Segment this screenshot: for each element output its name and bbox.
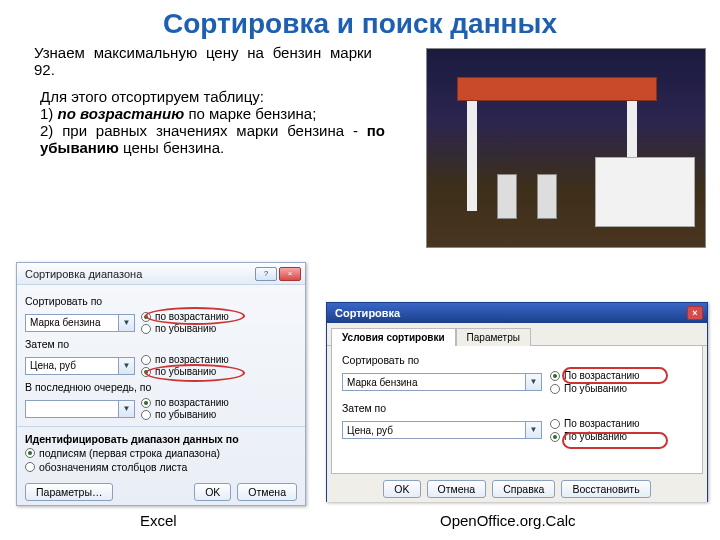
body-item-2: 2) при равных значениях марки бензина - … [40, 122, 385, 156]
oo-asc2-label: По возрастанию [564, 418, 640, 429]
body-item-1: 1) по возрастанию по марке бензина; [40, 105, 385, 122]
gas-station-photo [426, 48, 706, 248]
excel-id2-radio[interactable] [25, 462, 35, 472]
p1em: по возрастанию [58, 105, 185, 122]
body-text: Для этого отсортируем таблицу: 1) по воз… [0, 84, 405, 156]
excel-params-button[interactable]: Параметры… [25, 483, 113, 501]
excel-asc1-label: по возрастанию [155, 311, 229, 322]
excel-cancel-button[interactable]: Отмена [237, 483, 297, 501]
excel-lastby-label: В последнюю очередь, по [25, 381, 297, 393]
oo-ok-button[interactable]: OK [383, 480, 420, 498]
help-icon[interactable]: ? [255, 267, 277, 281]
excel-desc1-radio[interactable] [141, 324, 151, 334]
excel-field3-combo[interactable]: ▼ [25, 400, 135, 418]
oo-field1-value: Марка бензина [347, 377, 417, 388]
caption-excel: Excel [140, 512, 177, 529]
oo-reset-button[interactable]: Восстановить [561, 480, 650, 498]
excel-field2-value: Цена, руб [30, 360, 76, 371]
oo-thenby-label: Затем по [342, 402, 692, 414]
oo-field2-combo[interactable]: Цена, руб▼ [342, 421, 542, 439]
excel-asc1-radio[interactable] [141, 312, 151, 322]
oo-sortby-label: Сортировать по [342, 354, 692, 366]
chevron-down-icon: ▼ [118, 315, 134, 331]
excel-titlebar: Сортировка диапазона ? × [17, 263, 305, 285]
oo-desc2-label: По убыванию [564, 431, 627, 442]
excel-field2-combo[interactable]: Цена, руб▼ [25, 357, 135, 375]
excel-field1-value: Марка бензина [30, 317, 100, 328]
chevron-down-icon: ▼ [525, 374, 541, 390]
oo-sort-dialog: Сортировка × Условия сортировки Параметр… [326, 302, 708, 502]
oo-cancel-button[interactable]: Отмена [427, 480, 487, 498]
oo-field1-combo[interactable]: Марка бензина▼ [342, 373, 542, 391]
oo-tab-params[interactable]: Параметры [456, 328, 531, 346]
excel-ok-button[interactable]: OK [194, 483, 231, 501]
excel-asc2-label: по возрастанию [155, 354, 229, 365]
excel-thenby-label: Затем по [25, 338, 297, 350]
chevron-down-icon: ▼ [118, 401, 134, 417]
excel-id1-label: подписям (первая строка диапазона) [39, 447, 220, 459]
intro-text: Узнаем максимальную цену на бензин марки… [0, 44, 400, 84]
excel-field1-combo[interactable]: Марка бензина▼ [25, 314, 135, 332]
oo-desc1-radio[interactable] [550, 384, 560, 394]
p1b: по марке бензина; [184, 105, 316, 122]
chevron-down-icon: ▼ [525, 422, 541, 438]
p2b: цены бензина. [119, 139, 224, 156]
page-title: Сортировка и поиск данных [0, 0, 720, 44]
excel-id2-label: обозначениям столбцов листа [39, 461, 187, 473]
oo-asc1-label: По возрастанию [564, 370, 640, 381]
chevron-down-icon: ▼ [118, 358, 134, 374]
p1a: 1) [40, 105, 58, 122]
close-icon[interactable]: × [687, 306, 703, 320]
excel-id1-radio[interactable] [25, 448, 35, 458]
oo-help-button[interactable]: Справка [492, 480, 555, 498]
oo-tab-conditions[interactable]: Условия сортировки [331, 328, 456, 346]
caption-oo: OpenOffice.org.Calc [440, 512, 576, 529]
close-icon[interactable]: × [279, 267, 301, 281]
excel-asc3-radio[interactable] [141, 398, 151, 408]
excel-identify-label: Идентифицировать диапазон данных по [25, 433, 297, 445]
body-lead: Для этого отсортируем таблицу: [40, 88, 385, 105]
excel-asc3-label: по возрастанию [155, 397, 229, 408]
excel-sortby-label: Сортировать по [25, 295, 297, 307]
oo-desc2-radio[interactable] [550, 432, 560, 442]
oo-dialog-title: Сортировка [335, 307, 400, 319]
excel-dialog-title: Сортировка диапазона [25, 268, 142, 280]
oo-desc1-label: По убыванию [564, 383, 627, 394]
excel-desc3-radio[interactable] [141, 410, 151, 420]
excel-desc2-label: по убыванию [155, 366, 216, 377]
oo-titlebar: Сортировка × [327, 303, 707, 323]
excel-desc2-radio[interactable] [141, 367, 151, 377]
excel-desc1-label: по убыванию [155, 323, 216, 334]
excel-desc3-label: по убыванию [155, 409, 216, 420]
excel-sort-dialog: Сортировка диапазона ? × Сортировать по … [16, 262, 306, 506]
p2a: 2) при равных значениях марки бензина - [40, 122, 367, 139]
excel-asc2-radio[interactable] [141, 355, 151, 365]
oo-asc2-radio[interactable] [550, 419, 560, 429]
oo-asc1-radio[interactable] [550, 371, 560, 381]
oo-field2-value: Цена, руб [347, 425, 393, 436]
